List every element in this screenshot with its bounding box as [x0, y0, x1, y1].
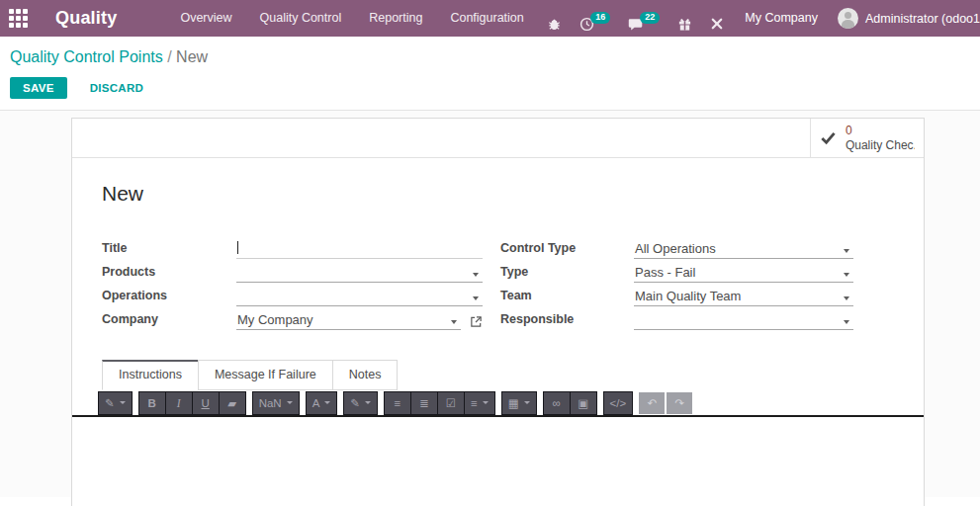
chevron-down-icon	[120, 401, 126, 404]
chevron-down-icon[interactable]	[844, 273, 849, 277]
breadcrumb-current: New	[176, 48, 208, 65]
link-button-glyph: ∞	[552, 397, 560, 409]
top-navbar: Quality Overview Quality Control Reporti…	[0, 0, 980, 37]
paragraph-align-dropdown-glyph: ≡	[471, 397, 478, 409]
field-control-type: Control Type All Operations	[500, 235, 853, 259]
tab-message-if-failure[interactable]: Message If Failure	[198, 360, 333, 390]
notebook-tabs: Instructions Message If Failure Notes	[102, 360, 894, 390]
checklist-button[interactable]: ☑	[438, 392, 464, 414]
toolbar-group: BIU▰	[138, 391, 246, 415]
user-menu[interactable]: Administrator (odoo1	[830, 8, 980, 29]
menu-overview[interactable]: Overview	[166, 0, 245, 37]
field-operations-label: Operations	[102, 289, 236, 306]
control-type-select[interactable]: All Operations	[634, 240, 853, 259]
image-button[interactable]: ▣	[571, 392, 596, 414]
responsible-input[interactable]	[634, 311, 853, 330]
discard-button[interactable]: DISCARD	[84, 81, 150, 95]
toolbar-group: NaN	[252, 391, 300, 415]
highlight-color-dropdown-glyph: ✎	[350, 396, 360, 410]
toolbar-group: ∞▣	[543, 391, 597, 415]
menu-quality-control[interactable]: Quality Control	[246, 0, 356, 37]
chevron-down-icon	[365, 401, 371, 404]
breadcrumb-parent-link[interactable]: Quality Control Points	[10, 48, 163, 65]
debug-bug-icon[interactable]	[538, 6, 571, 32]
toolbar-group: ✎	[98, 391, 133, 415]
stat-value: 0	[846, 124, 915, 137]
messages-chat-icon[interactable]: 22	[619, 6, 668, 32]
company-switcher[interactable]: My Company	[733, 0, 830, 37]
company-input[interactable]: My Company	[236, 311, 461, 330]
record-title: New	[102, 182, 894, 206]
code-view-button[interactable]: </>	[604, 392, 633, 414]
title-input[interactable]	[236, 240, 483, 259]
redo-button[interactable]: ↷	[667, 392, 692, 414]
bold-button[interactable]: B	[139, 392, 165, 414]
highlight-color-dropdown[interactable]: ✎	[344, 392, 377, 414]
external-link-icon[interactable]	[470, 315, 483, 328]
menu-reporting[interactable]: Reporting	[355, 0, 436, 37]
products-input[interactable]	[236, 264, 483, 283]
fields-right-column: Control Type All Operations Type Pass - …	[500, 235, 853, 330]
field-company-label: Company	[102, 312, 236, 330]
chevron-down-icon[interactable]	[844, 249, 849, 253]
toolbar-group: ▦	[501, 391, 537, 415]
check-icon	[820, 128, 837, 147]
chevron-down-icon	[524, 401, 530, 404]
font-size-dropdown[interactable]: NaN	[253, 392, 299, 414]
unordered-list-button-glyph: ≡	[395, 397, 401, 409]
paragraph-align-dropdown[interactable]: ≡	[465, 392, 494, 414]
tab-instructions[interactable]: Instructions	[102, 360, 199, 390]
sheet-body: New Title Products	[72, 158, 924, 390]
undo-button[interactable]: ↶	[639, 392, 665, 414]
underline-button-glyph: U	[201, 397, 209, 409]
field-responsible: Responsible	[500, 306, 853, 330]
field-title-label: Title	[102, 241, 236, 259]
activities-clock-icon[interactable]: 16	[571, 6, 619, 32]
support-tools-icon[interactable]	[701, 6, 733, 31]
apps-menu-icon[interactable]	[9, 9, 29, 29]
tab-notes[interactable]: Notes	[332, 360, 399, 390]
chevron-down-icon	[483, 401, 489, 404]
italic-button[interactable]: I	[166, 392, 192, 414]
field-responsible-label: Responsible	[500, 312, 634, 330]
systray: 16 22 My Company Administrator (odoo1	[538, 0, 980, 37]
field-control-type-label: Control Type	[500, 241, 634, 259]
type-select[interactable]: Pass - Fail	[634, 264, 853, 283]
remove-format-button-glyph: ▰	[227, 396, 236, 410]
app-name[interactable]: Quality	[55, 8, 117, 29]
style-dropdown[interactable]: ✎	[99, 392, 132, 414]
team-select[interactable]: Main Quality Team	[634, 288, 853, 306]
underline-button[interactable]: U	[193, 392, 219, 414]
button-box: 0 Quality Chec...	[72, 119, 924, 158]
field-company: Company My Company	[102, 306, 483, 330]
save-button[interactable]: SAVE	[10, 77, 67, 99]
main-menu: Overview Quality Control Reporting Confi…	[166, 0, 537, 37]
instructions-editor-area[interactable]	[72, 417, 924, 506]
unordered-list-button[interactable]: ≡	[385, 392, 410, 414]
control-panel: Quality Control Points / New SAVE DISCAR…	[0, 37, 980, 111]
undo-button-glyph: ↶	[647, 396, 657, 410]
chevron-down-icon[interactable]	[473, 273, 479, 277]
field-type: Type Pass - Fail	[500, 259, 853, 283]
field-products-label: Products	[102, 265, 236, 283]
stat-label: Quality Chec...	[846, 138, 915, 152]
stat-text: 0 Quality Chec...	[846, 124, 915, 152]
chevron-down-icon[interactable]	[451, 320, 457, 324]
image-button-glyph: ▣	[578, 396, 588, 410]
chevron-down-icon[interactable]	[844, 296, 849, 300]
toolbar-group: ≡≣☑≡	[384, 391, 495, 415]
ordered-list-button[interactable]: ≣	[411, 392, 437, 414]
text-color-dropdown[interactable]: A	[307, 392, 337, 414]
menu-configuration[interactable]: Configuration	[436, 0, 537, 37]
remove-format-button[interactable]: ▰	[220, 392, 245, 414]
italic-button-glyph: I	[177, 397, 181, 409]
quality-checks-stat-button[interactable]: 0 Quality Chec...	[810, 119, 924, 157]
chevron-down-icon[interactable]	[844, 320, 849, 324]
field-grid: Title Products Operations	[102, 235, 894, 330]
link-button[interactable]: ∞	[544, 392, 570, 414]
chevron-down-icon[interactable]	[473, 296, 479, 300]
table-dropdown[interactable]: ▦	[502, 392, 536, 414]
font-size-dropdown-glyph: NaN	[259, 397, 282, 409]
operations-input[interactable]	[236, 288, 483, 306]
gift-icon[interactable]	[668, 6, 701, 32]
